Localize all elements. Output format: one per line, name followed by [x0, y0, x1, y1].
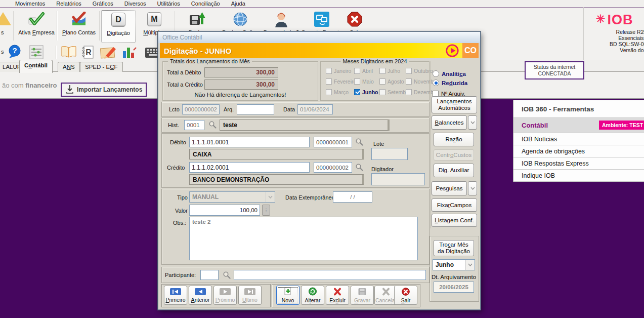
- credito-codigo-field[interactable]: [314, 162, 352, 173]
- month-maio[interactable]: Maio: [354, 78, 374, 85]
- ultimo-button[interactable]: Ultimo: [238, 286, 262, 305]
- chart-icon[interactable]: [121, 46, 137, 60]
- balancetes-dropdown-button[interactable]: [468, 115, 477, 130]
- obs-textarea[interactable]: teste 2: [189, 217, 418, 260]
- iob360-item-agenda[interactable]: Agenda de obrigações: [513, 145, 644, 157]
- proximo-button[interactable]: Próximo: [213, 286, 237, 305]
- month-junho[interactable]: Junho: [354, 89, 378, 95]
- lote-field[interactable]: [371, 148, 408, 160]
- dig-auxiliar-button[interactable]: Dig. Auxiliar: [434, 164, 474, 177]
- meses-group: Meses Digitados em 2024 Janeiro Fevereir…: [320, 61, 430, 101]
- debito-search-icon[interactable]: [355, 138, 363, 147]
- trocar-mes-button[interactable]: Trocar Mêsda Digitação: [434, 240, 474, 256]
- toolbar-plano-contas[interactable]: Plano Contas: [59, 10, 99, 42]
- arq-field[interactable]: [237, 104, 274, 114]
- month-fevereiro[interactable]: Fevereiro: [326, 78, 356, 85]
- dialog-title: Digitação - JUNHO: [160, 47, 231, 55]
- participante-code-field[interactable]: [200, 270, 219, 280]
- dt-arquivamento-field[interactable]: 20/06/2025: [434, 282, 474, 293]
- help-bubble-icon[interactable]: ?: [8, 45, 23, 60]
- importar-lancamentos-button[interactable]: Importar Lançamentos: [61, 83, 147, 97]
- gravar-button[interactable]: Gravar: [351, 286, 374, 305]
- iob-logo: ✳IOB: [596, 12, 644, 28]
- iob360-item-indique[interactable]: Indique IOB: [513, 169, 644, 182]
- balancetes-button[interactable]: Balancetes: [432, 115, 467, 130]
- tab-contabil[interactable]: Contábil: [19, 60, 53, 73]
- hist-desc-field[interactable]: teste: [220, 120, 390, 131]
- partial-toolbar2-label: s: [1, 49, 4, 55]
- radio-reduzida[interactable]: Reduzida: [433, 80, 467, 86]
- novo-button[interactable]: Novo: [276, 286, 299, 305]
- credito-conta-field[interactable]: [189, 162, 310, 173]
- month-janeiro[interactable]: Janeiro: [326, 68, 351, 74]
- lcto-field[interactable]: 0000000002: [182, 104, 220, 114]
- iob360-item-noticias[interactable]: IOB Notícias: [513, 133, 644, 145]
- version-info: Release R2025 Essenciais 2.0 BD SQL:SW-0…: [582, 29, 644, 53]
- month-abril[interactable]: Abril: [354, 68, 373, 74]
- valor-field[interactable]: 100,00: [189, 205, 260, 216]
- play-help-icon[interactable]: [446, 44, 459, 58]
- first-record-icon: [170, 288, 181, 296]
- month-marco[interactable]: Março: [326, 89, 349, 95]
- debito-conta-field[interactable]: [189, 137, 310, 147]
- tab-ans[interactable]: ANS: [58, 62, 80, 72]
- excluir-button[interactable]: Excluir: [326, 286, 349, 305]
- hist-code-field[interactable]: [184, 120, 204, 130]
- key-d-icon: D: [111, 11, 125, 29]
- data-extemporaneo-field[interactable]: / /: [333, 191, 372, 203]
- razao-button[interactable]: Razão: [434, 133, 474, 146]
- financeiro-label: ão com financeiro: [2, 82, 57, 89]
- digitacao-window: Office Contábil Digitação - JUNHO CO Tot…: [158, 31, 481, 310]
- r-notebook-icon[interactable]: R: [81, 45, 94, 60]
- remote-desktop-icon: [314, 10, 329, 28]
- mes-combo[interactable]: Junho: [433, 259, 475, 270]
- anterior-button[interactable]: Anterior: [189, 286, 212, 305]
- toolbar-ativa-empresa[interactable]: Ativa Empresa: [16, 10, 57, 42]
- digitador-field[interactable]: [371, 173, 425, 185]
- menu-conciliacao[interactable]: Conciliação: [191, 1, 220, 7]
- menu-diversos[interactable]: Diversos: [124, 1, 146, 7]
- globe-icon: [233, 10, 248, 28]
- radio-analitica[interactable]: Analítica: [433, 70, 466, 77]
- month-agosto[interactable]: Agosto: [379, 78, 404, 85]
- sliders-icon[interactable]: [29, 45, 44, 60]
- internet-status-box: Status da internet CONECTADA: [525, 61, 584, 80]
- iob360-item-respostas[interactable]: IOB Respostas Express: [513, 157, 644, 169]
- calculadora-button[interactable]: ⋮: [262, 205, 270, 216]
- participante-nome-field[interactable]: [234, 270, 426, 280]
- sair-button[interactable]: Sair: [394, 286, 417, 305]
- primeiro-button[interactable]: Primeiro: [164, 286, 187, 305]
- book-icon[interactable]: [61, 46, 77, 60]
- tipo-combo[interactable]: MANUAL: [189, 191, 275, 203]
- month-julho[interactable]: Julho: [379, 68, 400, 74]
- hist-search-icon[interactable]: [208, 121, 217, 130]
- pesquisas-button[interactable]: Pesquisas: [432, 181, 467, 195]
- centro-custos-button[interactable]: Centro Custos: [434, 149, 474, 161]
- partidas-group: Débito Lote CAIXA Crédito Digitador BANC…: [161, 133, 430, 188]
- tab-sped-ecf[interactable]: SPED - ECF: [80, 62, 123, 72]
- credito-search-icon[interactable]: [355, 163, 363, 172]
- alterar-button[interactable]: Alterar: [301, 286, 324, 305]
- menu-utilitarios[interactable]: Utilitários: [157, 1, 180, 7]
- menu-relatorios[interactable]: Relatórios: [56, 1, 81, 7]
- participante-search-icon[interactable]: [223, 271, 231, 280]
- desktop: Movimentos Relatórios Gráficos Diversos …: [0, 0, 644, 318]
- pencil-map-icon[interactable]: [100, 46, 117, 60]
- window-title: Office Contábil: [162, 34, 202, 41]
- month-outubro[interactable]: Outubro: [406, 68, 433, 74]
- menu-ajuda[interactable]: Ajuda: [231, 1, 245, 7]
- side-separator: [430, 61, 431, 228]
- detalhes-group: Tipo MANUAL Data Extemporâneo / / Valor …: [161, 189, 430, 265]
- backup-floppy-icon: [189, 10, 207, 28]
- listagem-conf-button[interactable]: Listagem Conf.: [432, 214, 477, 227]
- window-titlebar[interactable]: Office Contábil: [158, 32, 480, 43]
- debito-codigo-field[interactable]: [314, 137, 352, 147]
- data-field[interactable]: 01/06/2024: [297, 104, 333, 114]
- toolbar-digitacao[interactable]: D Digitação: [101, 10, 136, 43]
- lancamentos-automaticos-button[interactable]: LançamentosAutomáticos: [432, 96, 477, 113]
- svg-text:R: R: [85, 48, 92, 57]
- menu-movimentos[interactable]: Movimentos: [15, 1, 45, 7]
- fixar-campos-button[interactable]: Fixar Campos: [432, 198, 477, 212]
- menu-graficos[interactable]: Gráficos: [93, 1, 113, 7]
- pesquisas-dropdown-button[interactable]: [468, 181, 477, 195]
